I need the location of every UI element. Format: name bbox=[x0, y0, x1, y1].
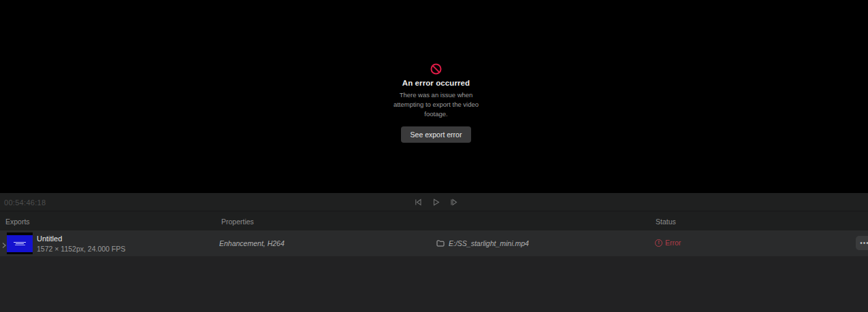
export-status: ! Error bbox=[655, 239, 681, 247]
exports-table-header: Exports Properties Status bbox=[0, 211, 868, 230]
next-frame-icon[interactable] bbox=[448, 196, 460, 208]
previous-frame-icon[interactable] bbox=[413, 196, 424, 208]
export-thumbnail bbox=[7, 232, 33, 254]
prohibition-icon bbox=[430, 63, 442, 75]
column-header-status: Status bbox=[656, 218, 676, 226]
export-row[interactable]: Untitled 1572 × 1152px, 24.000 FPS Enhan… bbox=[0, 230, 868, 256]
row-menu-button[interactable]: ••• bbox=[856, 236, 868, 250]
thumbnail-blue-screen bbox=[7, 235, 33, 252]
export-details: 1572 × 1152px, 24.000 FPS bbox=[37, 245, 125, 253]
play-icon[interactable] bbox=[430, 196, 442, 208]
error-status-icon: ! bbox=[655, 239, 662, 247]
export-file-path: E:/SS_starlight_mini.mp4 bbox=[449, 239, 529, 247]
see-export-error-button[interactable]: See export error bbox=[401, 126, 472, 143]
export-properties: Enhancement, H264 bbox=[219, 239, 285, 247]
export-file-cell: E:/SS_starlight_mini.mp4 bbox=[436, 237, 529, 249]
folder-icon bbox=[436, 237, 445, 249]
video-viewport: An error occurred There was an issue whe… bbox=[0, 0, 868, 193]
column-header-exports: Exports bbox=[5, 218, 30, 226]
column-header-properties: Properties bbox=[221, 218, 254, 226]
error-message: There was an issue when attempting to ex… bbox=[393, 90, 480, 118]
error-title: An error occurred bbox=[402, 79, 470, 87]
export-title: Untitled bbox=[37, 235, 125, 243]
status-label: Error bbox=[665, 239, 681, 247]
export-title-block: Untitled 1572 × 1152px, 24.000 FPS bbox=[37, 235, 125, 253]
transport-controls bbox=[0, 196, 868, 208]
expand-chevron-icon[interactable] bbox=[1, 239, 7, 252]
export-error-panel: An error occurred There was an issue whe… bbox=[0, 63, 868, 143]
timeline-bar: 00:54:46:18 ‹ bbox=[0, 193, 868, 211]
